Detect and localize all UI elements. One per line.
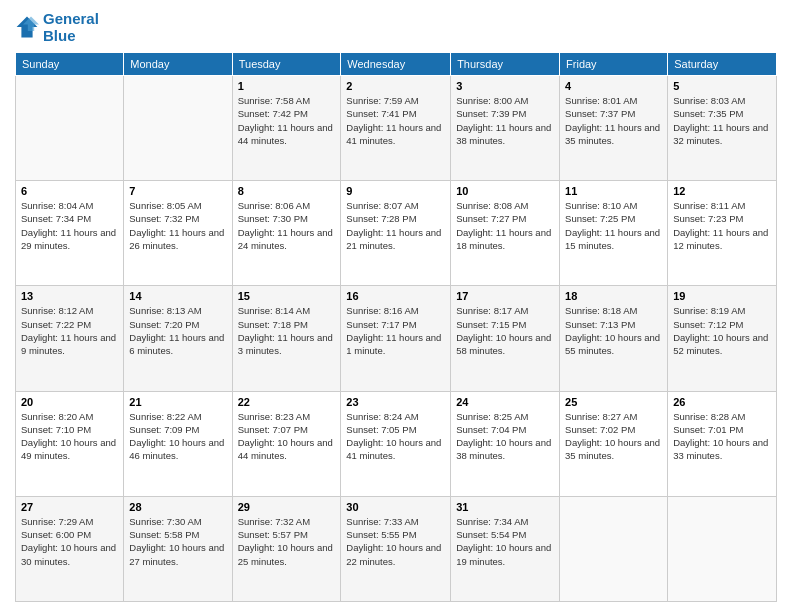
day-number: 28 (129, 501, 226, 513)
day-info: Sunrise: 8:12 AMSunset: 7:22 PMDaylight:… (21, 304, 118, 357)
day-info: Sunrise: 7:33 AMSunset: 5:55 PMDaylight:… (346, 515, 445, 568)
calendar-cell: 26Sunrise: 8:28 AMSunset: 7:01 PMDayligh… (668, 391, 777, 496)
calendar-cell: 22Sunrise: 8:23 AMSunset: 7:07 PMDayligh… (232, 391, 341, 496)
calendar-cell: 3Sunrise: 8:00 AMSunset: 7:39 PMDaylight… (451, 76, 560, 181)
day-info: Sunrise: 8:03 AMSunset: 7:35 PMDaylight:… (673, 94, 771, 147)
day-number: 8 (238, 185, 336, 197)
day-info: Sunrise: 8:18 AMSunset: 7:13 PMDaylight:… (565, 304, 662, 357)
day-number: 31 (456, 501, 554, 513)
calendar-cell: 17Sunrise: 8:17 AMSunset: 7:15 PMDayligh… (451, 286, 560, 391)
day-info: Sunrise: 8:27 AMSunset: 7:02 PMDaylight:… (565, 410, 662, 463)
day-info: Sunrise: 7:59 AMSunset: 7:41 PMDaylight:… (346, 94, 445, 147)
calendar-cell: 8Sunrise: 8:06 AMSunset: 7:30 PMDaylight… (232, 181, 341, 286)
day-number: 22 (238, 396, 336, 408)
calendar-cell: 10Sunrise: 8:08 AMSunset: 7:27 PMDayligh… (451, 181, 560, 286)
weekday-monday: Monday (124, 53, 232, 76)
calendar-cell: 30Sunrise: 7:33 AMSunset: 5:55 PMDayligh… (341, 496, 451, 601)
day-info: Sunrise: 8:13 AMSunset: 7:20 PMDaylight:… (129, 304, 226, 357)
day-info: Sunrise: 8:17 AMSunset: 7:15 PMDaylight:… (456, 304, 554, 357)
calendar-cell: 25Sunrise: 8:27 AMSunset: 7:02 PMDayligh… (560, 391, 668, 496)
calendar-cell: 18Sunrise: 8:18 AMSunset: 7:13 PMDayligh… (560, 286, 668, 391)
calendar-cell: 14Sunrise: 8:13 AMSunset: 7:20 PMDayligh… (124, 286, 232, 391)
day-info: Sunrise: 7:32 AMSunset: 5:57 PMDaylight:… (238, 515, 336, 568)
calendar-cell: 6Sunrise: 8:04 AMSunset: 7:34 PMDaylight… (16, 181, 124, 286)
calendar-cell: 4Sunrise: 8:01 AMSunset: 7:37 PMDaylight… (560, 76, 668, 181)
day-number: 11 (565, 185, 662, 197)
calendar-cell: 27Sunrise: 7:29 AMSunset: 6:00 PMDayligh… (16, 496, 124, 601)
day-number: 30 (346, 501, 445, 513)
logo: General Blue (15, 10, 99, 44)
day-number: 20 (21, 396, 118, 408)
calendar-cell (16, 76, 124, 181)
calendar-cell: 7Sunrise: 8:05 AMSunset: 7:32 PMDaylight… (124, 181, 232, 286)
day-number: 18 (565, 290, 662, 302)
day-number: 25 (565, 396, 662, 408)
svg-marker-0 (17, 17, 38, 38)
weekday-tuesday: Tuesday (232, 53, 341, 76)
calendar-cell: 2Sunrise: 7:59 AMSunset: 7:41 PMDaylight… (341, 76, 451, 181)
day-number: 7 (129, 185, 226, 197)
day-info: Sunrise: 8:16 AMSunset: 7:17 PMDaylight:… (346, 304, 445, 357)
day-info: Sunrise: 7:58 AMSunset: 7:42 PMDaylight:… (238, 94, 336, 147)
calendar-cell (124, 76, 232, 181)
day-info: Sunrise: 8:19 AMSunset: 7:12 PMDaylight:… (673, 304, 771, 357)
day-number: 9 (346, 185, 445, 197)
weekday-thursday: Thursday (451, 53, 560, 76)
day-info: Sunrise: 8:07 AMSunset: 7:28 PMDaylight:… (346, 199, 445, 252)
day-number: 24 (456, 396, 554, 408)
calendar-cell: 21Sunrise: 8:22 AMSunset: 7:09 PMDayligh… (124, 391, 232, 496)
calendar-cell: 31Sunrise: 7:34 AMSunset: 5:54 PMDayligh… (451, 496, 560, 601)
day-number: 23 (346, 396, 445, 408)
calendar-cell: 19Sunrise: 8:19 AMSunset: 7:12 PMDayligh… (668, 286, 777, 391)
calendar-cell: 28Sunrise: 7:30 AMSunset: 5:58 PMDayligh… (124, 496, 232, 601)
day-number: 29 (238, 501, 336, 513)
day-info: Sunrise: 8:20 AMSunset: 7:10 PMDaylight:… (21, 410, 118, 463)
day-info: Sunrise: 8:00 AMSunset: 7:39 PMDaylight:… (456, 94, 554, 147)
day-info: Sunrise: 7:34 AMSunset: 5:54 PMDaylight:… (456, 515, 554, 568)
day-number: 4 (565, 80, 662, 92)
weekday-header: SundayMondayTuesdayWednesdayThursdayFrid… (16, 53, 777, 76)
day-number: 2 (346, 80, 445, 92)
calendar-cell: 1Sunrise: 7:58 AMSunset: 7:42 PMDaylight… (232, 76, 341, 181)
calendar-cell: 15Sunrise: 8:14 AMSunset: 7:18 PMDayligh… (232, 286, 341, 391)
day-number: 1 (238, 80, 336, 92)
day-number: 15 (238, 290, 336, 302)
day-info: Sunrise: 8:05 AMSunset: 7:32 PMDaylight:… (129, 199, 226, 252)
day-number: 27 (21, 501, 118, 513)
day-info: Sunrise: 8:28 AMSunset: 7:01 PMDaylight:… (673, 410, 771, 463)
day-info: Sunrise: 7:30 AMSunset: 5:58 PMDaylight:… (129, 515, 226, 568)
calendar-cell: 12Sunrise: 8:11 AMSunset: 7:23 PMDayligh… (668, 181, 777, 286)
day-info: Sunrise: 8:24 AMSunset: 7:05 PMDaylight:… (346, 410, 445, 463)
day-info: Sunrise: 8:11 AMSunset: 7:23 PMDaylight:… (673, 199, 771, 252)
day-number: 5 (673, 80, 771, 92)
day-info: Sunrise: 8:22 AMSunset: 7:09 PMDaylight:… (129, 410, 226, 463)
calendar-body: 1Sunrise: 7:58 AMSunset: 7:42 PMDaylight… (16, 76, 777, 602)
day-info: Sunrise: 8:04 AMSunset: 7:34 PMDaylight:… (21, 199, 118, 252)
weekday-saturday: Saturday (668, 53, 777, 76)
calendar-cell: 20Sunrise: 8:20 AMSunset: 7:10 PMDayligh… (16, 391, 124, 496)
calendar-cell: 9Sunrise: 8:07 AMSunset: 7:28 PMDaylight… (341, 181, 451, 286)
day-number: 17 (456, 290, 554, 302)
calendar-cell: 23Sunrise: 8:24 AMSunset: 7:05 PMDayligh… (341, 391, 451, 496)
calendar: SundayMondayTuesdayWednesdayThursdayFrid… (15, 52, 777, 602)
calendar-cell: 16Sunrise: 8:16 AMSunset: 7:17 PMDayligh… (341, 286, 451, 391)
day-number: 14 (129, 290, 226, 302)
logo-icon (15, 15, 39, 39)
day-number: 21 (129, 396, 226, 408)
day-number: 6 (21, 185, 118, 197)
weekday-sunday: Sunday (16, 53, 124, 76)
day-info: Sunrise: 8:10 AMSunset: 7:25 PMDaylight:… (565, 199, 662, 252)
day-number: 26 (673, 396, 771, 408)
day-info: Sunrise: 8:08 AMSunset: 7:27 PMDaylight:… (456, 199, 554, 252)
day-number: 16 (346, 290, 445, 302)
calendar-cell: 11Sunrise: 8:10 AMSunset: 7:25 PMDayligh… (560, 181, 668, 286)
logo-text: General Blue (43, 10, 99, 44)
day-info: Sunrise: 8:01 AMSunset: 7:37 PMDaylight:… (565, 94, 662, 147)
weekday-friday: Friday (560, 53, 668, 76)
calendar-cell: 24Sunrise: 8:25 AMSunset: 7:04 PMDayligh… (451, 391, 560, 496)
day-info: Sunrise: 7:29 AMSunset: 6:00 PMDaylight:… (21, 515, 118, 568)
day-info: Sunrise: 8:25 AMSunset: 7:04 PMDaylight:… (456, 410, 554, 463)
calendar-cell (668, 496, 777, 601)
day-number: 19 (673, 290, 771, 302)
calendar-cell: 13Sunrise: 8:12 AMSunset: 7:22 PMDayligh… (16, 286, 124, 391)
